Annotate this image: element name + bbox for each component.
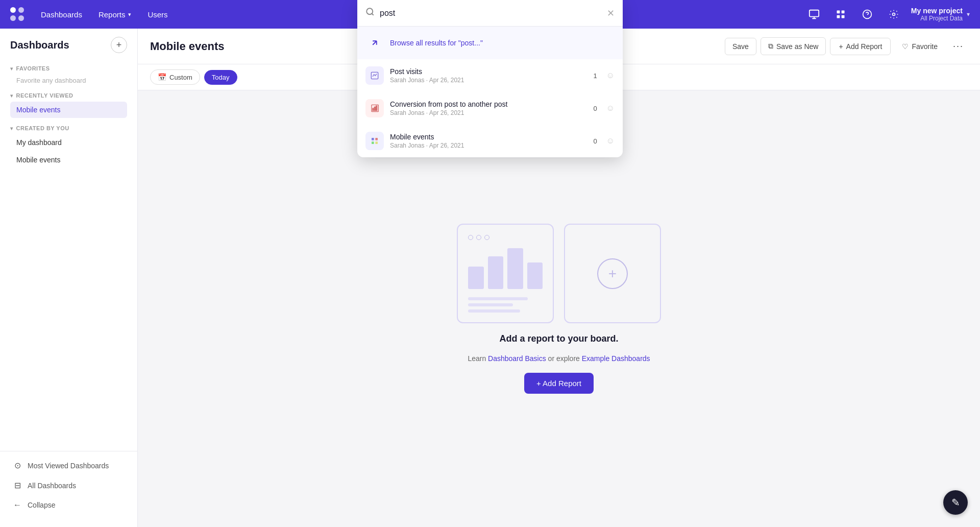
search-input-row: ✕ [357,0,623,27]
post-visits-text: Post visits Sarah Jonas · Apr 26, 2021 [390,67,587,84]
mobile-events-meta: Sarah Jonas · Apr 26, 2021 [390,142,587,149]
mobile-events-smiley-icon[interactable]: ☺ [606,136,615,146]
browse-all-results[interactable]: Browse all results for "post..." [357,27,623,59]
search-overlay: ✕ Browse all results for "post..." [0,0,980,527]
svg-rect-12 [376,106,377,110]
browse-all-text: Browse all results for "post..." [390,39,615,47]
post-visits-meta: Sarah Jonas · Apr 26, 2021 [390,77,587,84]
conversion-text: Conversion from post to another post Sar… [390,100,587,116]
mobile-events-text: Mobile events Sarah Jonas · Apr 26, 2021 [390,133,587,149]
search-modal: ✕ Browse all results for "post..." [357,0,623,157]
svg-rect-14 [375,138,378,140]
post-visits-count: 1 [593,72,597,80]
conversion-smiley-icon[interactable]: ☺ [606,104,615,113]
svg-rect-13 [372,138,374,140]
search-clear-button[interactable]: ✕ [607,8,615,19]
conversion-meta: Sarah Jonas · Apr 26, 2021 [390,109,587,116]
svg-rect-16 [375,141,378,144]
search-result-post-visits[interactable]: Post visits Sarah Jonas · Apr 26, 2021 1… [357,59,623,92]
svg-rect-8 [371,72,378,79]
conversion-count: 0 [593,105,597,112]
svg-rect-10 [373,108,374,111]
search-result-conversion[interactable]: Conversion from post to another post Sar… [357,92,623,125]
arrow-icon [365,34,384,52]
search-input[interactable] [380,9,602,18]
bar-result-icon [365,99,384,117]
grid-result-icon [365,132,384,150]
svg-rect-11 [374,107,375,110]
svg-point-7 [366,8,373,14]
search-result-mobile-events[interactable]: Mobile events Sarah Jonas · Apr 26, 2021… [357,125,623,157]
post-visits-smiley-icon[interactable]: ☺ [606,71,615,80]
search-icon [365,7,375,19]
chart-result-icon [365,66,384,85]
svg-rect-15 [372,141,374,144]
mobile-events-count: 0 [593,137,597,145]
